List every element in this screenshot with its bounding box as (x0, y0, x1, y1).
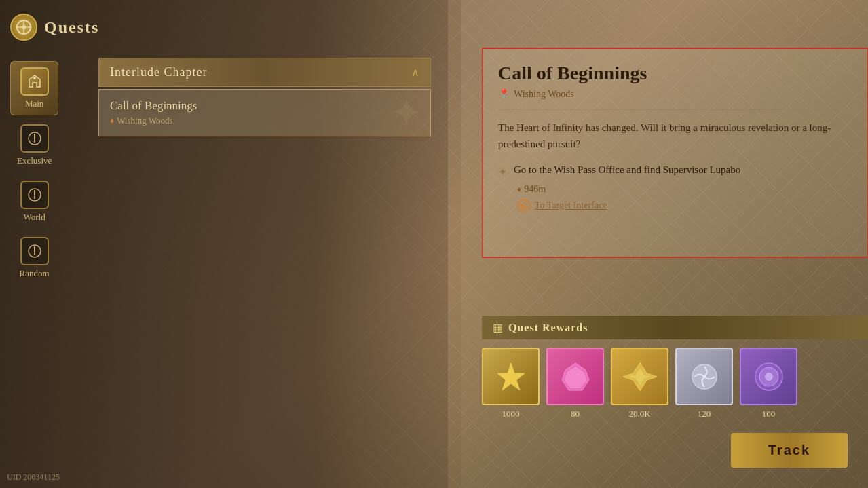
reward-box-item1 (611, 348, 668, 405)
svg-marker-6 (497, 363, 525, 390)
quest-bg-pattern: ✦ (390, 89, 423, 136)
rewards-header: ▦ Quest Rewards (482, 316, 868, 339)
quest-list: Interlude Chapter ∧ ✦ Call of Beginnings… (98, 58, 431, 136)
sidebar-label-world: World (24, 212, 45, 223)
chapter-arrow-icon: ∧ (411, 66, 419, 79)
reward-item-gem: 80 (546, 348, 604, 419)
rewards-section: ▦ Quest Rewards 1000 80 (482, 316, 868, 419)
svg-point-1 (22, 25, 26, 29)
svg-point-2 (33, 77, 36, 79)
objective-icon: ✦ (498, 166, 507, 179)
exclusive-icon (20, 124, 49, 153)
sidebar-item-random[interactable]: Random (10, 231, 58, 284)
quest-detail-title: Call of Beginnings (498, 62, 852, 84)
chapter-header[interactable]: Interlude Chapter ∧ (98, 58, 431, 87)
quest-objective: ✦ Go to the Wish Pass Office and find Su… (498, 164, 852, 179)
rewards-icon: ▦ (493, 321, 503, 334)
track-button[interactable]: Track (731, 433, 848, 468)
reward-count-item2: 120 (698, 409, 711, 419)
quest-item-call-of-beginnings[interactable]: ✦ Call of Beginnings ♦ Wishing Woods (98, 89, 431, 136)
left-panel: Quests Main Exclusive (0, 0, 448, 488)
world-icon (20, 181, 49, 209)
reward-item-item3: 100 (740, 348, 797, 419)
reward-item-exp: 1000 (482, 348, 540, 419)
header: Quests (10, 14, 99, 41)
random-icon (20, 237, 49, 265)
sidebar-item-exclusive[interactable]: Exclusive (10, 119, 58, 172)
sidebar-item-main[interactable]: Main (10, 61, 58, 115)
reward-count-exp: 1000 (502, 409, 520, 419)
quest-detail-location: 📍 Wishing Woods (498, 88, 852, 100)
sidebar-item-world[interactable]: World (10, 175, 58, 228)
header-title: Quests (44, 18, 99, 37)
distance-icon: ♦ (517, 185, 521, 195)
quest-divider (498, 109, 852, 110)
target-interface-link: To Target Interface (535, 200, 607, 211)
sidebar-label-random: Random (20, 268, 50, 279)
reward-count-gem: 80 (571, 409, 580, 419)
reward-item-item1: 20.0K (611, 348, 668, 419)
sidebar: Main Exclusive World (10, 61, 58, 284)
reward-count-item3: 100 (762, 409, 776, 419)
main-icon (20, 67, 49, 96)
reward-box-gem (546, 348, 604, 405)
reward-box-item3 (740, 348, 797, 405)
header-icon (10, 14, 37, 41)
reward-item-item2: 120 (675, 348, 733, 419)
distance-value: 946m (524, 184, 546, 195)
reward-count-item1: 20.0K (628, 409, 650, 419)
rewards-title: Quest Rewards (508, 322, 588, 334)
quest-item-location: ♦ Wishing Woods (110, 115, 419, 126)
quest-detail-location-text: Wishing Woods (514, 89, 574, 100)
detail-location-icon: 📍 (498, 88, 510, 100)
objective-text: Go to the Wish Pass Office and find Supe… (514, 164, 852, 176)
quest-detail: Call of Beginnings 📍 Wishing Woods The H… (482, 48, 868, 258)
sidebar-label-main: Main (25, 98, 43, 109)
target-interface-icon: ▶ (517, 199, 531, 212)
quest-item-title: Call of Beginnings (110, 99, 419, 113)
sidebar-label-exclusive: Exclusive (17, 155, 52, 166)
quest-item-location-text: Wishing Woods (117, 115, 172, 126)
quest-description: The Heart of Infinity has changed. Will … (498, 119, 852, 152)
reward-box-exp (482, 348, 540, 405)
reward-box-item2 (675, 348, 733, 405)
right-panel: Call of Beginnings 📍 Wishing Woods The H… (461, 0, 868, 488)
chapter-title: Interlude Chapter (110, 65, 207, 79)
objective-distance: ♦ 946m (517, 184, 852, 195)
track-button-label: Track (768, 443, 810, 457)
target-interface-button[interactable]: ▶ To Target Interface (517, 199, 852, 212)
location-pin-icon: ♦ (110, 116, 114, 126)
svg-point-12 (765, 373, 773, 381)
uid-text: UID 200341125 (7, 472, 60, 483)
rewards-grid: 1000 80 20.0K (482, 348, 868, 419)
